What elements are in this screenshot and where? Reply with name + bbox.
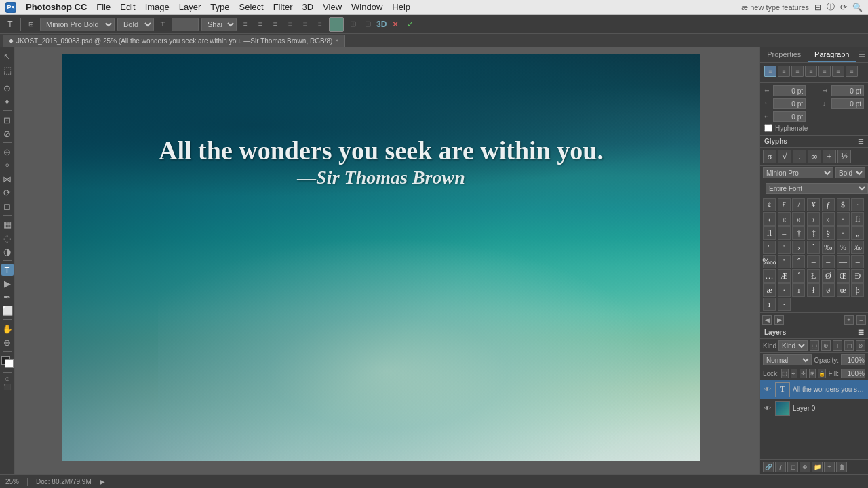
layers-filter-type-btn[interactable]: T [833, 340, 842, 351]
move-tool[interactable]: ↖ [1, 50, 14, 62]
glyphs-style-select[interactable]: Bold [835, 167, 865, 178]
glyph-zoom-out-btn[interactable]: – [856, 315, 866, 325]
glyph-cell[interactable]: Ø [822, 269, 835, 283]
opacity-input[interactable] [841, 354, 865, 365]
glyph-cell[interactable]: fl [763, 226, 776, 240]
glyph-cell[interactable]: % [837, 241, 850, 254]
glyph-cell[interactable]: β [851, 283, 864, 297]
add-mask-btn[interactable]: ◻ [787, 462, 798, 472]
pen-tool[interactable]: ✒ [1, 291, 14, 303]
glyph-cell[interactable]: $ [837, 198, 850, 211]
glyph-zoom-in-btn[interactable]: + [844, 315, 854, 325]
spot-healing-tool[interactable]: ⊕ [1, 146, 14, 158]
font-style-select[interactable]: Bold [117, 18, 154, 31]
screen-mode-btn[interactable]: ⬛ [3, 384, 11, 390]
glyph-cell[interactable]: · [837, 226, 850, 240]
align-justify-btn[interactable]: ≡ [284, 18, 296, 30]
glyph-cell[interactable]: ł [807, 283, 820, 297]
document-tab[interactable]: ◆ JKOST_2015_09083.psd @ 25% (All the wo… [3, 35, 345, 47]
layer-item-text[interactable]: 👁 T All the wonders you seek ar... [760, 380, 868, 399]
text-tool-icon[interactable]: T [4, 18, 16, 30]
layers-filter-adjust-btn[interactable]: ⊕ [821, 340, 831, 351]
glyph-cell[interactable]: — [837, 255, 850, 268]
commit-edit-icon[interactable]: ✓ [404, 18, 416, 30]
glyph-cell[interactable]: · [778, 283, 791, 297]
zoom-tool[interactable]: ⊕ [1, 336, 14, 348]
glyph-cell[interactable]: – [851, 255, 864, 268]
justify-left-btn[interactable]: ≡ [805, 66, 817, 77]
menu-layer[interactable]: Layer [179, 2, 201, 12]
menu-help[interactable]: Help [392, 2, 410, 12]
glyph-quick-2[interactable]: √ [778, 150, 791, 163]
fill-input[interactable] [841, 369, 865, 378]
glyph-cell[interactable]: » [792, 212, 805, 226]
glyphs-filter-select[interactable]: Entire Font [766, 183, 868, 194]
search-icon[interactable]: 🔍 [852, 3, 863, 12]
paragraph-tab[interactable]: Paragraph [808, 47, 856, 62]
menu-image[interactable]: Image [145, 2, 170, 12]
align-center-btn[interactable]: ≡ [254, 18, 267, 30]
glyph-cell[interactable]: ˆ [792, 255, 805, 268]
glyph-cell[interactable]: Ł [807, 269, 820, 283]
align-center-para-btn[interactable]: ≡ [778, 66, 790, 77]
glyph-cell[interactable]: fi [851, 212, 864, 226]
glyph-cell[interactable]: › [792, 241, 805, 254]
glyph-cell[interactable]: Ð [851, 269, 864, 283]
menu-window[interactable]: Window [351, 2, 382, 12]
glyph-cell[interactable]: ʻ [792, 269, 805, 283]
glyph-cell[interactable]: … [763, 269, 776, 283]
status-arrow[interactable]: ▶ [100, 478, 105, 485]
glyph-cell[interactable]: ‱ [763, 255, 776, 268]
glyph-cell[interactable]: ı [792, 283, 805, 297]
delete-layer-btn[interactable]: 🗑 [836, 462, 847, 472]
font-family-select[interactable]: Minion Pro Bold [40, 18, 115, 31]
tab-close-btn[interactable]: × [335, 37, 338, 44]
menu-select[interactable]: Select [239, 2, 263, 12]
menu-type[interactable]: Type [210, 2, 229, 12]
antialiasing-select[interactable]: Sharp [201, 18, 237, 31]
glyph-cell[interactable]: ø [822, 283, 835, 297]
glyph-quick-1[interactable]: σ [763, 150, 776, 163]
new-type-features[interactable]: æ new type features [741, 3, 809, 12]
glyph-cell[interactable]: – [807, 255, 820, 268]
glyph-cell[interactable]: ¥ [807, 198, 820, 211]
layers-filter-shape-btn[interactable]: ◻ [844, 340, 854, 351]
blend-mode-select[interactable]: Normal [763, 354, 812, 365]
menu-3d[interactable]: 3D [302, 2, 314, 12]
glyph-cell[interactable]: · [778, 298, 791, 311]
glyph-cell[interactable]: ' [778, 241, 791, 254]
glyph-cell[interactable]: § [822, 226, 835, 240]
warp-text-icon[interactable]: ⊞ [347, 18, 359, 30]
history-brush-tool[interactable]: ⟳ [1, 186, 14, 199]
glyph-cell[interactable]: « [778, 212, 791, 226]
glyph-cell[interactable]: ƒ [822, 198, 835, 211]
glyph-cell[interactable]: ˆ [807, 241, 820, 254]
align-left-btn[interactable]: ≡ [239, 18, 252, 30]
glyph-cell[interactable]: › [807, 212, 820, 226]
space-after-input[interactable] [831, 98, 864, 109]
glyph-cell[interactable]: æ [763, 283, 776, 297]
character-paragraph-icon[interactable]: ⊡ [361, 18, 374, 30]
lock-all-btn[interactable]: 🔒 [818, 369, 826, 378]
3d-label[interactable]: 3D [376, 20, 387, 29]
glyph-quick-4[interactable]: ∞ [808, 150, 821, 163]
glyph-cell[interactable]: „ [851, 226, 864, 240]
align-left-para-btn[interactable]: ≡ [764, 66, 776, 77]
blur-tool[interactable]: ◌ [1, 232, 14, 244]
clone-stamp-tool[interactable]: ⋈ [1, 173, 14, 185]
glyph-cell[interactable]: ¢ [763, 198, 776, 211]
align-justify-all-btn[interactable]: ≡ [299, 18, 311, 30]
add-group-btn[interactable]: 📁 [812, 462, 823, 472]
path-selection-tool[interactable]: ▶ [1, 277, 14, 289]
menu-view[interactable]: View [323, 2, 342, 12]
menu-file[interactable]: File [96, 2, 111, 12]
glyph-cell[interactable]: · [851, 198, 864, 211]
menu-filter[interactable]: Filter [273, 2, 293, 12]
align-right-para-btn[interactable]: ≡ [791, 66, 804, 77]
crop-tool[interactable]: ⊡ [1, 114, 14, 126]
glyph-cell[interactable]: – [778, 226, 791, 240]
glyph-prev-btn[interactable]: ◀ [762, 315, 772, 325]
glyph-cell[interactable]: ‡ [807, 226, 820, 240]
cancel-edit-icon[interactable]: ✕ [389, 18, 401, 30]
indent-left-input[interactable] [773, 85, 806, 96]
